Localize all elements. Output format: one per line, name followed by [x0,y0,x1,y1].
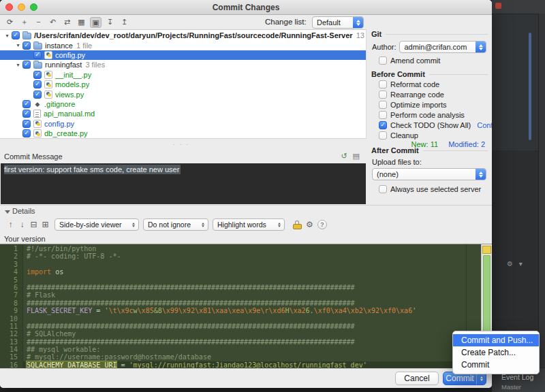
dialog-button-bar: Cancel Commit [0,368,492,388]
included-checkbox[interactable] [22,120,31,128]
modified-count-value: 2 [481,140,485,148]
move-to-changelist-icon[interactable]: ▦ [76,17,87,28]
add-icon[interactable]: ＋ [18,17,30,28]
stripe-current-marker[interactable] [482,246,491,254]
tree-row[interactable]: __init__.py [0,70,366,80]
code-line[interactable]: ########################################… [23,338,492,346]
configure-link[interactable]: Configure [477,121,492,129]
included-checkbox[interactable] [33,71,42,79]
tree-row[interactable]: ▾instance1 file [0,40,366,50]
tree-row[interactable]: config.py [0,119,366,129]
included-checkbox[interactable] [22,100,31,108]
option-checkbox[interactable] [379,91,387,99]
viewer-mode-dropdown[interactable]: Side-by-side viewer [54,218,139,231]
tree-row[interactable]: models.py [0,80,366,89]
help-button[interactable]: ? [317,220,327,229]
option-checkbox[interactable] [379,80,387,88]
code-line[interactable]: import os [23,268,492,276]
option-checkbox[interactable] [379,121,387,129]
author-combobox[interactable]: admin@crifan.com [399,41,486,53]
show-diff-icon[interactable]: ⇄ [61,17,73,28]
change-list-dropdown[interactable]: Default [312,16,364,29]
option-checkbox[interactable] [379,101,387,109]
commit-message-header: Commit Message ↺▤ [0,152,367,162]
code-line[interactable] [23,276,492,284]
ide-scrollbar[interactable] [529,33,531,140]
code-line[interactable]: ## mysql workable: [23,346,492,353]
rollback-icon[interactable]: ↶ [47,17,59,28]
code-line[interactable] [23,315,492,323]
expand-arrow-icon[interactable]: ▾ [3,33,12,39]
cancel-button[interactable]: Cancel [395,372,439,385]
tree-row[interactable]: views.py [0,89,366,99]
gear-icon[interactable]: ⚙ [306,220,313,229]
code-line[interactable]: SQLACHEMY_DATABASE_URI = 'mysql://runnin… [23,361,492,368]
python-icon [44,51,52,59]
context-menu-item[interactable]: Commit and Push... [453,334,539,346]
code-line[interactable]: # Flask [23,291,492,299]
code-line[interactable]: ########################################… [23,284,492,291]
tree-row[interactable]: .gitignore [0,99,366,109]
highlight-mode-dropdown[interactable]: Highlight words [213,218,285,231]
whitespace-policy-dropdown[interactable]: Do not ignore [143,218,208,231]
code-token: \t [108,307,116,314]
refresh-icon[interactable]: ⟳ [4,17,16,28]
compare-mode-icon[interactable]: ⊞ [40,220,50,229]
previous-difference-icon[interactable]: ↑ [5,220,16,229]
code-line[interactable]: #!/usr/bin/python [23,245,492,252]
paste-icon[interactable]: ▤ [353,152,360,161]
file-label: models.py [55,80,89,88]
code-line[interactable]: ########################################… [23,323,492,330]
upload-server-dropdown[interactable]: (none) [372,168,486,180]
expand-all-icon[interactable]: ↧ [104,17,116,28]
tree-row[interactable]: db_create.py [0,129,366,138]
diff-code[interactable]: #!/usr/bin/python# -*- coding: UTF-8 -*-… [23,244,492,368]
git-branch-widget[interactable]: Master [501,383,521,391]
code-line[interactable] [23,261,492,268]
option-checkbox[interactable] [379,111,387,119]
included-checkbox[interactable] [22,129,31,137]
code-token: \x9e [244,307,260,314]
always-use-server-checkbox[interactable] [379,185,387,193]
code-line[interactable]: # mysql://username:password@hostname/dat… [23,353,492,361]
message-history-icon[interactable]: ↺ [341,152,347,161]
code-token: \x92 [363,307,379,314]
always-use-server-row: Always use selected server [379,185,492,193]
context-menu-item[interactable]: Commit [453,359,539,371]
included-checkbox[interactable] [33,91,42,99]
included-checkbox[interactable] [33,51,42,59]
collapse-details-icon[interactable] [5,210,10,214]
next-difference-icon[interactable]: ↓ [17,220,27,229]
included-checkbox[interactable] [22,42,31,50]
option-checkbox[interactable] [379,131,387,140]
included-checkbox[interactable] [22,61,31,69]
code-line[interactable]: FLASK_SECRET_KEY = '\t\x9cw\x85&8\x99\x9… [23,307,492,314]
tree-row[interactable]: api_manual.md [0,109,366,118]
tree-row[interactable]: ▾/Users/crifan/dev/dev_root/daryun/Proje… [0,31,366,40]
lock-icon[interactable] [293,220,302,229]
expand-arrow-icon[interactable]: ▾ [14,42,22,48]
group-by-directory-icon[interactable]: ▣ [90,17,102,28]
delete-icon[interactable]: − [33,17,44,28]
code-token: 6. [306,307,314,314]
included-checkbox[interactable] [33,80,42,88]
tree-row[interactable]: config.py [0,50,366,60]
amend-commit-checkbox[interactable] [379,56,387,65]
option-label: Check TODO (Show All) [390,121,471,129]
included-checkbox[interactable] [12,31,20,39]
commit-message-editor[interactable]: first version: support fake sms code, cr… [1,163,366,204]
code-line[interactable]: ########################################… [23,299,492,307]
code-line[interactable]: # SQLAlchemy [23,330,492,338]
splitter-grip[interactable] [173,141,189,148]
new-count-label: New: [411,140,429,148]
code-line[interactable]: # -*- coding: UTF-8 -*- [23,252,492,260]
tree-row[interactable]: ▾runningfast3 files [0,60,366,69]
expand-arrow-icon[interactable]: ▾ [14,62,22,68]
context-menu-item[interactable]: Create Patch... [453,346,539,359]
commit-message-text: first version: support fake sms code, cr… [4,165,181,174]
file-label: db_create.py [44,129,88,137]
collapse-all-icon[interactable]: ↥ [119,17,130,28]
included-checkbox[interactable] [22,110,31,118]
jump-to-source-icon[interactable]: ⊟ [29,220,39,229]
file-label: config.py [55,51,85,59]
